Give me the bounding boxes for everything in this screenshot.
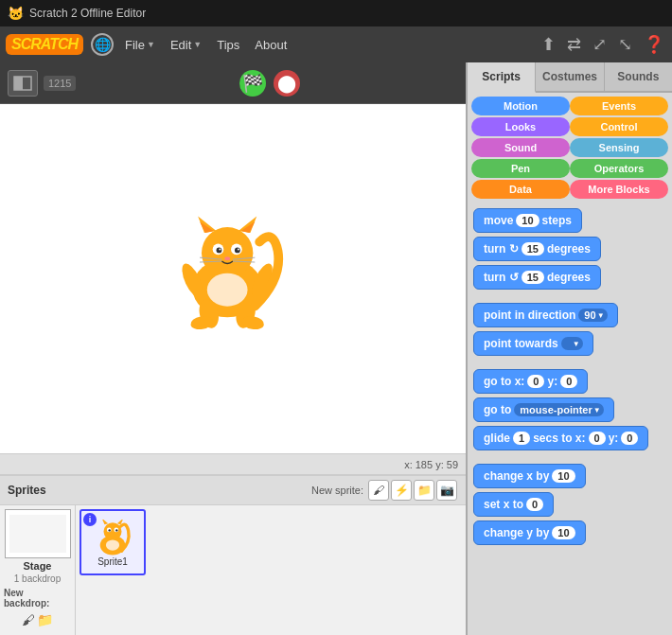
import-backdrop-button[interactable]: 📁 — [37, 612, 53, 627]
tab-scripts[interactable]: Scripts — [468, 62, 536, 93]
sprites-panel: Sprites New sprite: 🖌 ⚡ 📁 📷 Stage 1 — [0, 474, 466, 635]
menu-file[interactable]: File ▼ — [117, 34, 163, 56]
sprite-item[interactable]: i — [80, 509, 146, 575]
block-set-x-value[interactable]: 0 — [526, 498, 543, 511]
block-point-towards[interactable]: point towards — [473, 331, 593, 356]
svg-point-12 — [219, 248, 221, 250]
block-go-to-dropdown[interactable]: mouse-pointer — [514, 403, 603, 416]
stage-thumb-image — [9, 515, 66, 553]
right-panel: Scripts Costumes Sounds Motion Looks Sou… — [466, 62, 672, 635]
small-stage-icon — [13, 76, 32, 91]
block-change-x[interactable]: change x by 10 — [473, 464, 586, 488]
block-glide-text3: y: — [609, 432, 619, 445]
export-icon[interactable]: ⇄ — [565, 32, 583, 57]
paint-sprite-button[interactable]: 🖌 — [368, 480, 389, 501]
menu-about[interactable]: About — [247, 34, 294, 56]
edit-arrow: ▼ — [193, 40, 202, 49]
block-change-x-value[interactable]: 10 — [552, 469, 575, 483]
svg-point-36 — [106, 539, 119, 550]
right-categories: Events Control Sensing Operators More Bl… — [570, 97, 668, 199]
stage-canvas — [0, 104, 466, 453]
sprite-info-icon[interactable]: i — [83, 513, 97, 526]
block-go-xy-x[interactable]: 0 — [527, 375, 544, 388]
block-point-dir-dropdown[interactable]: 90 — [578, 309, 607, 322]
import-icon[interactable]: ⬆ — [539, 32, 557, 57]
svg-point-3 — [202, 227, 253, 278]
fullscreen-icon[interactable]: ⤢ — [591, 32, 609, 57]
category-pen[interactable]: Pen — [471, 159, 570, 178]
stage-backdrop-count: 1 backdrop — [14, 573, 61, 584]
menu-edit[interactable]: Edit ▼ — [163, 34, 209, 56]
block-change-y-text: change y by — [484, 526, 549, 539]
category-more-blocks[interactable]: More Blocks — [570, 180, 668, 199]
category-data[interactable]: Data — [471, 180, 570, 199]
block-turn-cw[interactable]: turn ↻ 15 degrees — [473, 237, 601, 261]
block-glide-x[interactable]: 0 — [589, 432, 606, 445]
green-flag-button[interactable]: 🏁 — [239, 70, 266, 97]
menu-tips[interactable]: Tips — [209, 34, 247, 56]
block-move[interactable]: move 10 steps — [473, 208, 582, 233]
svg-point-11 — [235, 247, 240, 253]
block-change-y-value[interactable]: 10 — [552, 526, 575, 539]
block-turn-ccw[interactable]: turn ↺ 15 degrees — [473, 265, 601, 290]
category-events[interactable]: Events — [570, 97, 668, 115]
category-sound[interactable]: Sound — [471, 138, 570, 157]
block-glide[interactable]: glide 1 secs to x: 0 y: 0 — [473, 426, 648, 450]
svg-rect-27 — [9, 515, 66, 553]
coordinates-bar: x: 185 y: 59 — [0, 453, 466, 474]
block-glide-secs[interactable]: 1 — [513, 432, 530, 445]
left-categories: Motion Looks Sound Pen Data — [471, 97, 570, 199]
upload-sprite-button[interactable]: 📁 — [414, 480, 434, 501]
tab-sounds[interactable]: Sounds — [605, 62, 672, 91]
tab-costumes[interactable]: Costumes — [536, 62, 604, 91]
svg-point-35 — [115, 529, 117, 531]
block-go-xy-y[interactable]: 0 — [560, 375, 577, 388]
stage-sprite-panel: Stage 1 backdrop New backdrop: 🖌 📁 — [0, 505, 76, 635]
gap3 — [473, 454, 666, 460]
block-go-to[interactable]: go to mouse-pointer — [473, 397, 614, 422]
stage-toolbar: 1215 🏁 ⬤ — [0, 62, 466, 104]
language-button[interactable]: 🌐 — [91, 33, 114, 56]
block-go-to-xy[interactable]: go to x: 0 y: 0 — [473, 369, 588, 394]
camera-sprite-button[interactable]: 📷 — [436, 480, 457, 501]
new-sprite-label: New sprite: — [311, 485, 363, 496]
new-backdrop-label: New backdrop: — [4, 588, 71, 609]
help-icon[interactable]: ❓ — [642, 32, 666, 57]
category-looks[interactable]: Looks — [471, 117, 570, 136]
gap2 — [473, 360, 666, 365]
block-move-value[interactable]: 10 — [516, 214, 539, 227]
tabs: Scripts Costumes Sounds — [468, 62, 672, 93]
file-arrow: ▼ — [147, 40, 155, 49]
svg-point-29 — [104, 522, 122, 540]
sprite-thumbnail — [89, 519, 136, 556]
block-change-y[interactable]: change y by 10 — [473, 520, 586, 545]
app-title: Scratch 2 Offline Editor — [29, 7, 146, 20]
category-operators[interactable]: Operators — [570, 159, 668, 178]
block-point-towards-dropdown[interactable] — [561, 337, 583, 350]
block-set-x[interactable]: set x to 0 — [473, 492, 554, 517]
sprite-name: Sprite1 — [97, 556, 128, 567]
stop-button[interactable]: ⬤ — [274, 70, 300, 97]
small-stage-button[interactable] — [8, 70, 38, 97]
logo-text: SCRATCH — [11, 36, 78, 52]
category-control[interactable]: Control — [570, 117, 668, 136]
block-turn-cw-text2: degrees — [547, 242, 591, 256]
paint-backdrop-button[interactable]: 🖌 — [22, 612, 35, 627]
category-sensing[interactable]: Sensing — [570, 138, 668, 157]
block-go-xy-text1: go to x: — [484, 375, 524, 388]
block-turn-ccw-text1: turn ↺ — [484, 271, 519, 284]
expand-icon[interactable]: ⤡ — [616, 32, 634, 57]
svg-marker-30 — [102, 520, 109, 524]
svg-point-14 — [224, 256, 230, 260]
block-point-dir-text: point in direction — [484, 309, 575, 322]
app-icon: 🐱 — [8, 6, 24, 21]
random-sprite-button[interactable]: ⚡ — [391, 480, 412, 501]
block-go-xy-text2: y: — [547, 375, 557, 388]
sprite-list: i — [76, 505, 466, 635]
block-point-direction[interactable]: point in direction 90 — [473, 303, 618, 327]
gap1 — [473, 293, 666, 299]
category-motion[interactable]: Motion — [471, 97, 570, 115]
block-glide-y[interactable]: 0 — [621, 432, 638, 445]
block-turn-ccw-value[interactable]: 15 — [522, 271, 544, 284]
block-turn-cw-value[interactable]: 15 — [522, 242, 544, 256]
